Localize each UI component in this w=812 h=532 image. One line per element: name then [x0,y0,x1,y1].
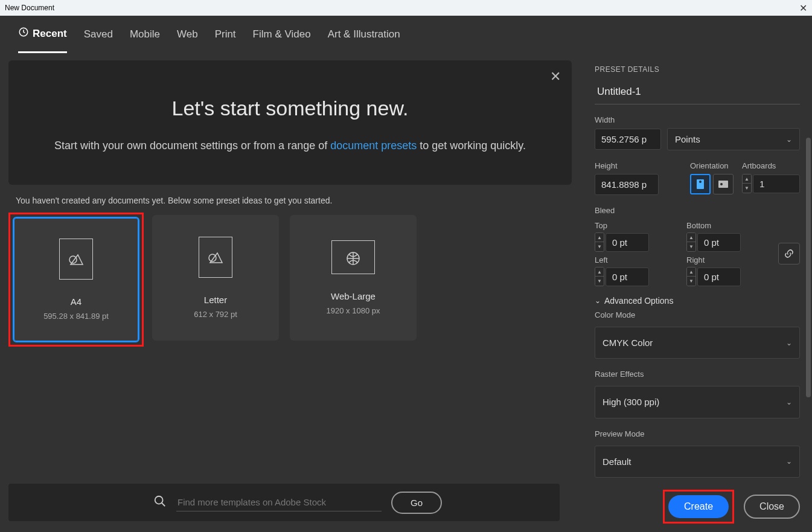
go-button[interactable]: Go [391,492,442,514]
artboards-input[interactable] [753,175,800,193]
dialog-footer: Create Close [595,478,800,524]
document-icon [59,239,93,280]
tab-art-illustration[interactable]: Art & Illustration [328,18,400,51]
artboards-stepper[interactable]: ▲▼ [742,174,752,193]
chevron-down-icon: ⌄ [786,398,792,406]
preview-mode-select[interactable]: Default ⌄ [595,446,800,478]
chevron-down-icon: ⌄ [786,135,792,144]
preset-name: A4 [71,296,82,307]
orientation-landscape-button[interactable] [713,174,734,194]
chevron-down-icon: ⌄ [786,339,792,347]
bleed-right-input[interactable] [697,268,741,286]
window-title: New Document [5,4,54,12]
intro-close-icon[interactable]: ✕ [550,69,561,85]
preset-hint-text: You haven't created any documents yet. B… [16,196,572,205]
preset-dim: 612 x 792 pt [194,310,237,319]
preview-mode-value: Default [603,457,631,467]
orientation-portrait-button[interactable] [690,174,711,194]
tab-saved[interactable]: Saved [84,18,113,51]
document-presets-link[interactable]: document presets [330,139,417,152]
bleed-bottom-input[interactable] [697,233,741,252]
preset-name: Web-Large [331,291,376,301]
svg-point-4 [155,496,163,504]
preset-card-web-large[interactable]: Web-Large 1920 x 1080 px [290,215,417,341]
left-pane: ✕ Let's start something new. Start with … [0,53,581,532]
intro-subtitle: Start with your own document settings or… [33,137,548,155]
bleed-bottom-label: Bottom [686,221,767,230]
window-titlebar: New Document ✕ [0,0,812,16]
intro-title: Let's start something new. [33,97,548,120]
units-select[interactable]: Points ⌄ [667,128,800,150]
width-input[interactable] [595,129,661,150]
svg-point-2 [209,254,216,261]
document-icon [199,237,232,278]
color-mode-select[interactable]: CMYK Color ⌄ [595,327,800,359]
window-close-icon[interactable]: ✕ [799,2,807,14]
svg-point-8 [720,183,723,185]
stock-search-bar: Go [8,484,560,521]
category-tabs: Recent Saved Mobile Web Print Film & Vid… [0,16,812,53]
web-icon [331,240,375,274]
tab-mobile[interactable]: Mobile [130,18,160,51]
tab-print[interactable]: Print [215,18,236,51]
height-label: Height [595,161,682,170]
preset-details-label: PRESET DETAILS [595,65,800,74]
create-button[interactable]: Create [668,495,729,518]
bleed-left-input[interactable] [606,268,649,286]
tab-film-video[interactable]: Film & Video [253,18,311,51]
preset-dim: 595.28 x 841.89 pt [43,312,109,321]
raster-effects-value: High (300 ppi) [603,397,659,407]
search-icon [153,495,167,510]
tab-recent[interactable]: Recent [18,16,67,53]
stock-search-input[interactable] [176,493,382,511]
preview-mode-label: Preview Mode [595,429,800,438]
highlight-annotation: Create [663,490,734,524]
raster-effects-select[interactable]: High (300 ppi) ⌄ [595,386,800,418]
bleed-left-label: Left [595,255,676,264]
height-input[interactable] [595,174,659,195]
width-label: Width [595,115,800,124]
tab-web[interactable]: Web [177,18,198,51]
bleed-top-label: Top [595,221,676,230]
bleed-top-input[interactable] [606,233,649,252]
chevron-down-icon: ⌄ [786,457,792,466]
preset-card-letter[interactable]: Letter 612 x 792 pt [152,215,279,341]
bleed-left-stepper[interactable]: ▲▼ [595,267,604,286]
highlight-annotation: A4 595.28 x 841.89 pt [8,213,144,347]
bleed-link-button[interactable] [778,243,800,264]
clock-icon [18,27,29,40]
svg-point-6 [699,181,702,183]
bleed-right-label: Right [686,255,767,264]
intro-card: ✕ Let's start something new. Start with … [8,60,572,185]
stepper-up-icon: ▲ [743,175,751,184]
preset-dim: 1920 x 1080 px [327,306,380,315]
chevron-down-icon: ⌄ [595,296,601,305]
raster-effects-label: Raster Effects [595,370,800,379]
bleed-bottom-stepper[interactable]: ▲▼ [686,232,696,252]
svg-point-1 [69,256,77,263]
bleed-label: Bleed [595,206,800,215]
artboards-label: Artboards [742,161,800,170]
orientation-label: Orientation [690,161,734,170]
preset-details-panel: PRESET DETAILS Width Points ⌄ Height Ori… [581,53,812,532]
stepper-down-icon: ▼ [743,184,751,193]
color-mode-label: Color Mode [595,310,800,319]
bleed-top-stepper[interactable]: ▲▼ [595,232,604,252]
svg-rect-7 [718,181,728,188]
color-mode-value: CMYK Color [603,338,653,348]
preset-card-a4[interactable]: A4 595.28 x 841.89 pt [13,217,139,342]
panel-scrollbar[interactable] [806,138,811,397]
bleed-right-stepper[interactable]: ▲▼ [686,267,696,286]
units-value: Points [675,134,700,144]
presets-row: A4 595.28 x 841.89 pt Letter 612 x 792 p… [8,213,572,347]
preset-name: Letter [204,295,227,305]
document-name-input[interactable] [595,82,800,104]
advanced-options-toggle[interactable]: ⌄ Advanced Options [595,296,800,306]
close-button[interactable]: Close [744,495,800,519]
